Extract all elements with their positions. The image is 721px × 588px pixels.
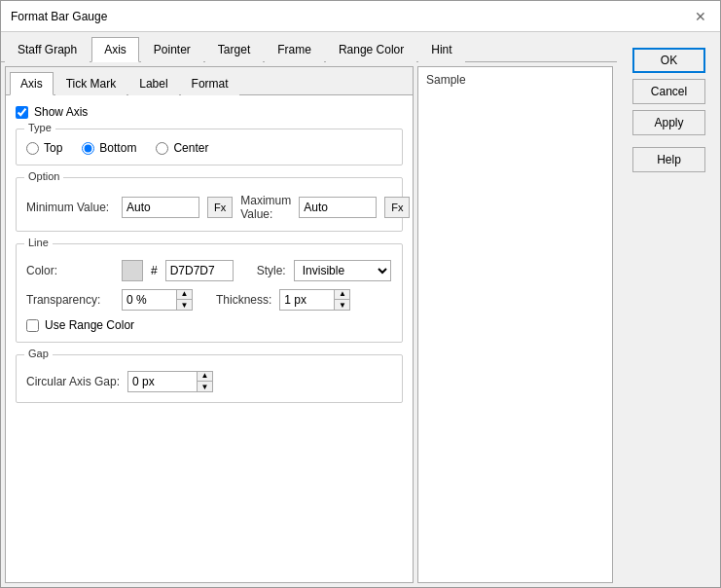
sample-label: Sample bbox=[418, 67, 612, 92]
close-button[interactable]: ✕ bbox=[691, 10, 710, 23]
dialog-content: Staff Graph Axis Pointer Target Frame Ra… bbox=[1, 32, 720, 587]
use-range-color-checkbox[interactable] bbox=[26, 319, 39, 332]
max-value-label: Maximum Value: bbox=[240, 194, 291, 221]
max-fx-button[interactable]: Fx bbox=[384, 197, 410, 218]
sub-tab-tick-mark[interactable]: Tick Mark bbox=[55, 72, 127, 95]
thickness-down-btn[interactable]: ▼ bbox=[334, 300, 349, 311]
tab-axis[interactable]: Axis bbox=[91, 37, 139, 62]
apply-button[interactable]: Apply bbox=[632, 110, 705, 135]
title-bar: Format Bar Gauge ✕ bbox=[1, 1, 720, 32]
radio-bottom[interactable] bbox=[82, 142, 94, 155]
tab-target[interactable]: Target bbox=[205, 37, 263, 62]
line-section: Line Color: # Style: Invisible Solid bbox=[16, 243, 403, 343]
type-section-title: Type bbox=[24, 122, 55, 133]
tab-staff-graph[interactable]: Staff Graph bbox=[5, 37, 90, 62]
option-section: Option Minimum Value: Fx Maximum Value: … bbox=[16, 177, 403, 232]
cancel-button[interactable]: Cancel bbox=[632, 79, 705, 104]
show-axis-row: Show Axis bbox=[16, 105, 403, 119]
circular-gap-spinner: ▲ ▼ bbox=[127, 371, 213, 392]
line-section-title: Line bbox=[24, 237, 53, 248]
color-label: Color: bbox=[26, 264, 114, 277]
tab-hint[interactable]: Hint bbox=[418, 37, 464, 62]
left-panel: Axis Tick Mark Label Format Show Axis bbox=[5, 66, 414, 583]
min-fx-button[interactable]: Fx bbox=[207, 197, 233, 218]
sub-content: Show Axis Type Top bbox=[6, 95, 413, 582]
color-hex-input[interactable] bbox=[165, 260, 234, 281]
main-area: Staff Graph Axis Pointer Target Frame Ra… bbox=[1, 32, 617, 587]
gap-section-title: Gap bbox=[24, 348, 53, 359]
thickness-input[interactable] bbox=[280, 290, 334, 310]
top-tabs: Staff Graph Axis Pointer Target Frame Ra… bbox=[1, 32, 617, 62]
min-value-row: Minimum Value: Fx Maximum Value: Fx bbox=[26, 194, 392, 221]
type-bottom[interactable]: Bottom bbox=[82, 141, 136, 155]
show-axis-label: Show Axis bbox=[34, 105, 88, 119]
radio-top[interactable] bbox=[26, 142, 39, 155]
thickness-label: Thickness: bbox=[216, 293, 271, 307]
buttons-area: OK Cancel Apply Help bbox=[617, 32, 720, 587]
right-panel: Sample bbox=[417, 66, 613, 583]
format-bar-gauge-dialog: Format Bar Gauge ✕ Staff Graph Axis Poin… bbox=[0, 0, 721, 588]
type-center[interactable]: Center bbox=[156, 141, 208, 155]
circular-gap-label: Circular Axis Gap: bbox=[26, 375, 120, 388]
transparency-row: Transparency: ▲ ▼ Thickness: bbox=[26, 289, 392, 311]
transparency-down-btn[interactable]: ▼ bbox=[176, 300, 192, 311]
transparency-up-btn[interactable]: ▲ bbox=[176, 289, 192, 300]
transparency-spinner-buttons: ▲ ▼ bbox=[176, 289, 192, 311]
use-range-color-row: Use Range Color bbox=[26, 318, 392, 332]
circular-gap-input[interactable] bbox=[128, 372, 197, 391]
sub-tabs: Axis Tick Mark Label Format bbox=[6, 67, 413, 95]
option-section-title: Option bbox=[24, 170, 63, 182]
type-section: Type Top Bottom bbox=[16, 129, 403, 165]
hash-symbol: # bbox=[151, 264, 158, 277]
type-top[interactable]: Top bbox=[26, 141, 62, 155]
tab-frame[interactable]: Frame bbox=[265, 37, 324, 62]
radio-center[interactable] bbox=[156, 142, 168, 155]
circular-gap-up-btn[interactable]: ▲ bbox=[197, 371, 212, 382]
transparency-label: Transparency: bbox=[26, 293, 114, 307]
tab-range-color[interactable]: Range Color bbox=[326, 37, 416, 62]
gap-section: Gap Circular Axis Gap: ▲ ▼ bbox=[16, 354, 403, 403]
sub-tab-format[interactable]: Format bbox=[181, 72, 239, 95]
help-button[interactable]: Help bbox=[632, 147, 705, 172]
circular-gap-spinner-buttons: ▲ ▼ bbox=[197, 371, 212, 392]
max-value-input[interactable] bbox=[299, 197, 377, 218]
transparency-input[interactable] bbox=[123, 290, 176, 310]
thickness-spinner: ▲ ▼ bbox=[279, 289, 350, 311]
style-label: Style: bbox=[257, 264, 286, 277]
circular-gap-down-btn[interactable]: ▼ bbox=[197, 382, 212, 392]
sub-tab-label[interactable]: Label bbox=[128, 72, 178, 95]
buttons-panel: OK Cancel Apply Help bbox=[625, 40, 712, 180]
tab-pointer[interactable]: Pointer bbox=[141, 37, 203, 62]
style-select[interactable]: Invisible Solid Dashed Dotted bbox=[294, 260, 391, 281]
sub-tab-axis[interactable]: Axis bbox=[10, 72, 54, 95]
type-radio-row: Top Bottom Center bbox=[26, 141, 392, 155]
color-swatch[interactable] bbox=[122, 260, 143, 281]
show-axis-checkbox[interactable] bbox=[16, 106, 28, 119]
min-value-input[interactable] bbox=[122, 197, 199, 218]
circular-gap-row: Circular Axis Gap: ▲ ▼ bbox=[26, 371, 392, 392]
thickness-up-btn[interactable]: ▲ bbox=[334, 289, 349, 300]
transparency-spinner: ▲ ▼ bbox=[122, 289, 193, 311]
thickness-spinner-buttons: ▲ ▼ bbox=[334, 289, 349, 311]
panel-container: Axis Tick Mark Label Format Show Axis bbox=[1, 62, 617, 587]
ok-button[interactable]: OK bbox=[632, 48, 705, 73]
min-value-label: Minimum Value: bbox=[26, 201, 114, 214]
use-range-color-label: Use Range Color bbox=[45, 318, 134, 332]
dialog-title: Format Bar Gauge bbox=[11, 10, 107, 23]
color-row: Color: # Style: Invisible Solid Dashed D… bbox=[26, 260, 392, 281]
